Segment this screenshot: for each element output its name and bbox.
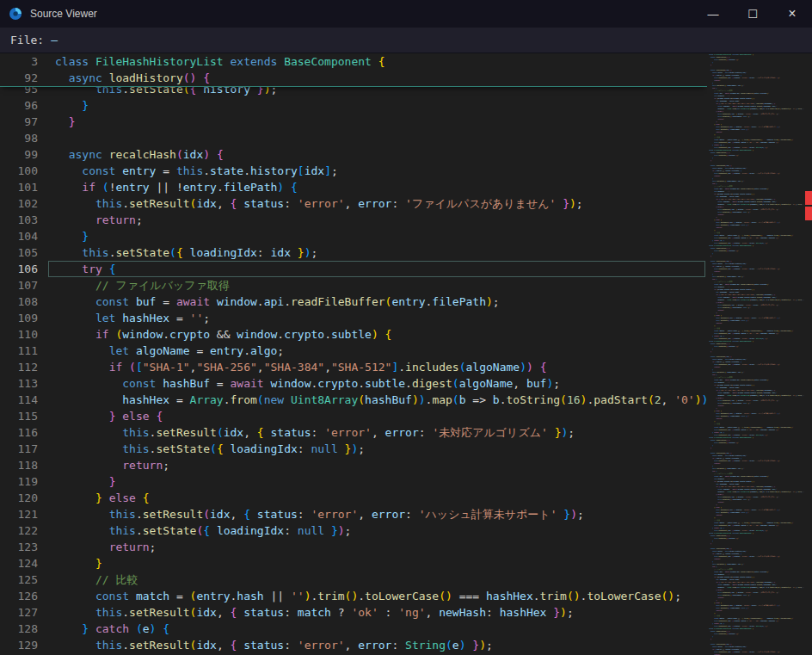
code-line: 125 // 比較: [0, 572, 707, 588]
line-number: 120: [0, 490, 38, 506]
code-line: 102 this.setResult(idx, { status: 'error…: [0, 195, 707, 212]
line-content: // ファイルバッファ取得: [55, 279, 230, 292]
line-number: 128: [0, 621, 38, 637]
code-line: 107 // ファイルバッファ取得: [0, 277, 707, 294]
line-content: this.setResult(idx, { status: 'error', e…: [55, 197, 583, 210]
line-content: }: [709, 638, 711, 640]
line-number: 109: [0, 310, 38, 326]
line-content: return;: [55, 459, 169, 472]
code-line: 3class FileHashHistoryList extends BaseC…: [0, 53, 707, 70]
code-line: 98: [0, 130, 707, 146]
line-number: 110: [0, 326, 38, 343]
line-content: }: [55, 99, 89, 112]
line-content: }: [55, 115, 75, 128]
line-content: this.setState({ loadingIdx: idx });: [55, 246, 317, 259]
line-content: return;: [55, 541, 156, 553]
line-content: const buf = await window.api.readFileBuf…: [55, 295, 500, 308]
code-line: 114 hashHex = Array.from(new Uint8Array(…: [0, 392, 707, 408]
line-number: 105: [0, 244, 38, 261]
code-line: 119 }: [0, 473, 707, 490]
line-number: 113: [0, 375, 38, 392]
code-line: 124 }: [0, 555, 707, 572]
line-number: 119: [0, 473, 38, 490]
line-number: 99: [0, 146, 38, 163]
code-line: 101 if (!entry || !entry.filePath) {: [0, 179, 707, 195]
line-number: 101: [0, 179, 38, 195]
line-content: }: [709, 351, 711, 353]
line-content: this.setResult(idx, { status: 'error', e…: [55, 508, 584, 521]
line-content: let hashHex = '';: [55, 312, 210, 324]
code-line: 105 this.setState({ loadingIdx: idx });: [0, 244, 707, 261]
code-line: 108 const buf = await window.api.readFil…: [0, 294, 707, 310]
line-number: 124: [0, 555, 38, 572]
code-line: 103 return;: [0, 212, 707, 228]
code-line: 106 try {: [0, 261, 707, 277]
line-content: } else {: [55, 410, 163, 423]
minimap[interactable]: class FileHashHistoryList extends BaseCo…: [707, 53, 804, 655]
code-line: 104 }: [0, 228, 707, 244]
code-line: 111 let algoName = entry.algo;: [0, 343, 707, 359]
line-content: if (window.crypto && window.crypto.subtl…: [55, 328, 391, 341]
code-line: 126 const match = (entry.hash || '').tri…: [0, 588, 707, 604]
code-line: 99 async recalcHash(idx) {: [0, 146, 707, 163]
code-line: 113 const hashBuf = await window.crypto.…: [0, 375, 707, 392]
title-bar: Source Viewer — ☐ ×: [0, 0, 812, 28]
line-number: 106: [0, 261, 38, 277]
code-line: 109 let hashHex = '';: [0, 310, 707, 326]
line-content: if (["SHA-1","SHA-256","SHA-384","SHA-51…: [55, 361, 546, 374]
code-line: 128 } catch (e) {: [0, 621, 707, 637]
line-number: 121: [0, 506, 38, 522]
line-number: 102: [0, 195, 38, 212]
line-content: }: [709, 542, 711, 544]
minimize-button[interactable]: —: [693, 0, 733, 28]
line-number: 107: [0, 277, 38, 294]
line-content: }: [709, 255, 711, 256]
line-content: async recalcHash(idx) {: [55, 148, 224, 161]
minimap-content: class FileHashHistoryList extends BaseCo…: [709, 53, 804, 655]
error-marker: [805, 207, 812, 220]
code-line: 120 } else {: [0, 490, 707, 506]
maximize-button[interactable]: ☐: [733, 0, 772, 28]
line-content: const hashBuf = await window.crypto.subt…: [55, 377, 560, 390]
code-line: 112 if (["SHA-1","SHA-256","SHA-384","SH…: [0, 359, 707, 375]
code-line: 129 this.setResult(idx, { status: 'error…: [0, 637, 707, 653]
line-number: 125: [0, 572, 38, 588]
line-number: 116: [0, 424, 38, 441]
code-line: 97 }: [0, 114, 707, 130]
line-content: } else {: [55, 491, 150, 504]
code-line: 123 return;: [0, 539, 707, 555]
scrollbar-overview-ruler[interactable]: [804, 53, 812, 655]
line-number: 3: [0, 53, 38, 70]
line-number: 96: [0, 97, 38, 114]
line-content: this.setResult(idx, { status: 'error', e…: [55, 426, 575, 439]
code-area[interactable]: 95 this.setState({ history });96 }97 }98…: [0, 53, 707, 655]
sticky-scroll[interactable]: 3class FileHashHistoryList extends BaseC…: [0, 53, 707, 87]
line-number: 111: [0, 343, 38, 359]
line-content: this.setState({ loadingIdx: null });: [55, 442, 365, 455]
error-marker: [805, 191, 812, 205]
file-label: File:: [10, 34, 44, 46]
file-path-bar: File: –: [0, 28, 812, 53]
code-line: 100 const entry = this.state.history[idx…: [0, 163, 707, 179]
line-number: 98: [0, 130, 38, 146]
app-icon: [9, 7, 22, 21]
line-content: this.setState({ loadingIdx: null });: [55, 524, 351, 537]
line-content: }: [709, 447, 711, 448]
line-content: } catch (e) {: [55, 622, 169, 635]
line-number: 126: [0, 588, 38, 604]
code-line: 121 this.setResult(idx, { status: 'error…: [0, 506, 707, 522]
line-content: async loadHistory() {: [55, 71, 210, 84]
line-content: // 比較: [55, 573, 138, 586]
close-button[interactable]: ×: [772, 0, 812, 28]
line-content: }: [55, 230, 89, 243]
line-number: 92: [0, 70, 38, 86]
code-lines: 95 this.setState({ history });96 }97 }98…: [0, 81, 707, 653]
code-line: 127 this.setResult(idx, { status: match …: [0, 604, 707, 621]
line-number: 118: [0, 457, 38, 473]
line-number: 123: [0, 539, 38, 555]
line-content: }: [55, 475, 115, 488]
line-content: if (!entry || !entry.filePath) {: [55, 181, 298, 194]
line-content: this.setResult(idx, { status: match ? 'o…: [55, 606, 574, 619]
code-editor[interactable]: 95 this.setState({ history });96 }97 }98…: [0, 53, 812, 655]
line-number: 104: [0, 228, 38, 244]
